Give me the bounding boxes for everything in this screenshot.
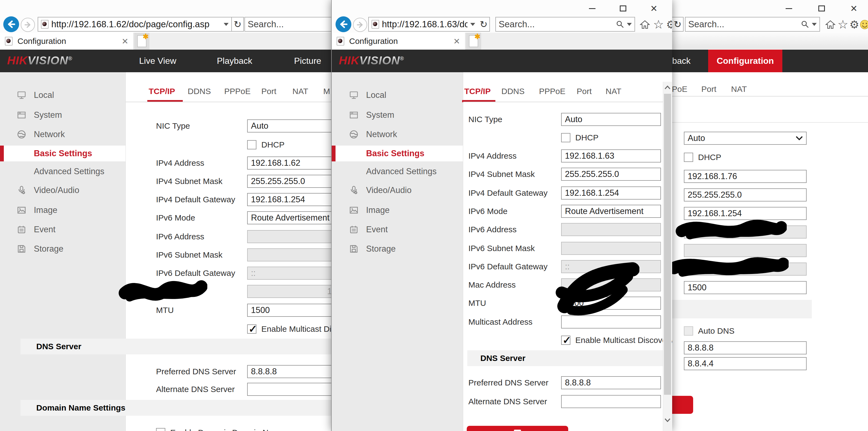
multicast-discovery-checkbox[interactable] <box>561 336 570 345</box>
multicast-discovery-checkbox[interactable] <box>247 324 256 334</box>
minimize-button[interactable] <box>781 2 797 15</box>
maximize-button[interactable] <box>615 2 631 15</box>
alternate-dns-input[interactable] <box>247 383 332 396</box>
vertical-scrollbar[interactable] <box>663 82 672 431</box>
ipv4-subnet-input[interactable]: 255.255.255.0 <box>247 175 332 188</box>
dhcp-checkbox[interactable] <box>561 133 570 142</box>
search-box[interactable]: Search... <box>244 17 332 32</box>
sidebar-item-video-audio[interactable]: Video/Audio <box>0 183 125 198</box>
refresh-button[interactable]: ↻ <box>672 17 684 32</box>
tab-configuration[interactable]: Configuration ✕ <box>332 33 465 49</box>
tab-pppoe-clipped[interactable]: PoE <box>672 85 687 96</box>
tab-port[interactable]: Port <box>577 87 592 98</box>
ipv4-subnet-input[interactable]: 255.255.255.0 <box>561 168 661 181</box>
preferred-dns-input[interactable]: 8.8.8.8 <box>247 365 332 378</box>
tab-nat[interactable]: NAT <box>292 87 308 98</box>
ipv4-gateway-input[interactable]: 192.168.1.254 <box>247 193 332 206</box>
new-tab-button[interactable]: ✱ <box>134 33 150 49</box>
favorites-star-icon[interactable]: ☆ <box>837 19 849 31</box>
sidebar-item-advanced-settings[interactable]: Advanced Settings <box>0 164 125 179</box>
nic-type-select[interactable]: Auto <box>684 132 807 145</box>
sidebar-item-basic-settings[interactable]: Basic Settings <box>332 145 463 161</box>
smiley-feedback-icon[interactable] <box>859 19 868 31</box>
alternate-dns-input[interactable]: 8.8.4.4 <box>684 357 807 370</box>
sidebar-item-network[interactable]: Network <box>332 127 463 142</box>
url-dropdown-icon[interactable] <box>224 23 228 26</box>
scroll-up-icon[interactable] <box>664 84 671 92</box>
ipv6-mode-select[interactable]: Route Advertisement <box>247 211 332 224</box>
url-dropdown-icon[interactable] <box>470 23 475 26</box>
mtu-input[interactable]: 1500 <box>561 297 661 310</box>
ipv4-gateway-input[interactable]: 192.168.1.254 <box>684 207 807 220</box>
tab-nat[interactable]: NAT <box>731 85 747 96</box>
sidebar-item-advanced-settings[interactable]: Advanced Settings <box>332 164 463 179</box>
close-button[interactable]: × <box>846 2 862 15</box>
scrollbar-thumb[interactable] <box>664 94 671 395</box>
settings-gear-icon[interactable]: ⚙ <box>665 19 672 31</box>
tab-port[interactable]: Port <box>261 87 276 98</box>
sidebar-item-local[interactable]: Local <box>332 87 463 103</box>
dhcp-checkbox[interactable] <box>247 140 256 150</box>
maximize-button[interactable] <box>814 2 830 15</box>
forward-button[interactable] <box>21 18 35 32</box>
sidebar-item-image[interactable]: Image <box>332 202 463 218</box>
nic-type-select[interactable]: Auto <box>561 113 661 126</box>
nav-playback-clipped[interactable]: back <box>672 49 691 72</box>
back-button[interactable] <box>336 16 351 32</box>
mtu-input[interactable]: 1500 <box>684 281 807 294</box>
tab-tcpip[interactable]: TCP/IP <box>149 87 175 98</box>
auto-dns-checkbox[interactable] <box>684 326 693 336</box>
preferred-dns-input[interactable]: 8.8.8.8 <box>561 376 661 389</box>
sidebar-item-network[interactable]: Network <box>0 127 125 142</box>
dhcp-checkbox[interactable] <box>684 153 693 162</box>
preferred-dns-input[interactable]: 8.8.8.8 <box>684 341 807 354</box>
address-bar[interactable]: http://192.168.1.62/doc/page/config.asp <box>38 17 232 32</box>
ipv4-gateway-input[interactable]: 192.168.1.254 <box>561 187 661 200</box>
tab-pppoe[interactable]: PPPoE <box>539 87 565 98</box>
refresh-button[interactable]: ↻ <box>478 17 490 32</box>
tab-close-icon[interactable]: ✕ <box>122 36 128 46</box>
home-icon[interactable] <box>639 19 651 31</box>
search-icon[interactable] <box>801 20 809 28</box>
alternate-dns-input[interactable] <box>561 395 661 408</box>
search-dropdown-icon[interactable] <box>627 23 632 26</box>
mtu-input[interactable]: 1500 <box>247 304 332 317</box>
address-bar[interactable]: http://192.168.1.63/doc/pag <box>368 17 478 32</box>
nav-playback[interactable]: Playback <box>217 49 252 72</box>
close-button[interactable]: × <box>646 2 662 15</box>
sidebar-item-image[interactable]: Image <box>0 202 125 218</box>
tab-close-icon[interactable]: ✕ <box>453 36 460 46</box>
ipv4-address-input[interactable]: 192.168.1.76 <box>684 170 807 183</box>
sidebar-item-storage[interactable]: Storage <box>332 241 463 257</box>
save-button-clipped[interactable] <box>670 396 693 414</box>
search-box[interactable]: Search... <box>495 17 635 32</box>
tab-pppoe[interactable]: PPPoE <box>224 87 251 98</box>
sidebar-item-video-audio[interactable]: Video/Audio <box>332 183 463 198</box>
home-icon[interactable] <box>824 19 836 31</box>
tab-ddns[interactable]: DDNS <box>501 87 525 98</box>
search-dropdown-icon[interactable] <box>812 23 817 26</box>
search-icon[interactable] <box>616 20 624 28</box>
refresh-button[interactable]: ↻ <box>232 17 244 32</box>
nav-picture[interactable]: Picture <box>294 49 321 72</box>
favorites-star-icon[interactable]: ☆ <box>652 19 664 31</box>
nic-type-select[interactable]: Auto <box>247 120 332 132</box>
forward-button[interactable] <box>353 18 367 32</box>
sidebar-item-local[interactable]: Local <box>0 87 125 103</box>
new-tab-button[interactable]: ✱ <box>466 33 481 49</box>
tab-port[interactable]: Port <box>701 85 716 96</box>
save-button[interactable] <box>467 426 568 431</box>
back-button[interactable] <box>3 16 19 32</box>
tab-ddns[interactable]: DDNS <box>188 87 211 98</box>
dynamic-domain-checkbox[interactable] <box>156 428 165 431</box>
sidebar-item-event[interactable]: Event <box>332 222 463 237</box>
ipv6-mode-select[interactable]: Route Advertisement <box>561 205 661 218</box>
ipv4-address-input[interactable]: 192.168.1.63 <box>561 150 661 163</box>
nav-configuration[interactable]: Configuration <box>708 49 782 72</box>
ipv4-subnet-input[interactable]: 255.255.255.0 <box>684 188 807 201</box>
minimize-button[interactable] <box>584 2 600 15</box>
sidebar-item-system[interactable]: System <box>0 107 125 123</box>
ipv4-address-input[interactable]: 192.168.1.62 <box>247 157 332 170</box>
tab-multicast-clipped[interactable]: M <box>323 87 330 98</box>
tab-tcpip[interactable]: TCP/IP <box>464 87 491 98</box>
